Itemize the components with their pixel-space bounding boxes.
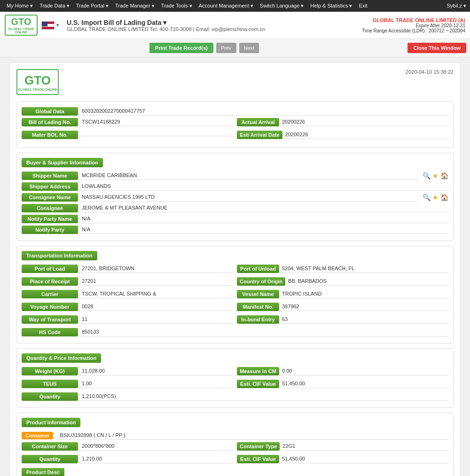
teus-value: 1.00 xyxy=(78,379,233,388)
quantity-section-title: Quantity & Price Information xyxy=(22,353,101,363)
nav-switch-language[interactable]: Switch Language ▾ xyxy=(257,2,306,10)
hs-code-row: HS Code 850133 xyxy=(22,328,448,336)
user-account[interactable]: Sybil.z ▾ xyxy=(447,3,466,9)
receipt-country-row: Place of Receipt 27201 Country of Origin… xyxy=(22,277,448,288)
actual-arrival-value: 20200226 xyxy=(279,117,448,126)
manifest-row: Manifest No. 397962 xyxy=(237,302,448,311)
next-button-top[interactable]: Next xyxy=(239,43,259,53)
prod-qty-value: 1,210.00 xyxy=(78,454,233,463)
port-unload-row: Port of Unload 5204, WEST PALM BEACH, FL xyxy=(237,264,448,273)
prod-cif-row: Esti. CIF Value 51,450.00 xyxy=(237,454,448,463)
inbond-entry-row: In-bond Entry 63 xyxy=(237,315,448,324)
consignee-home-icon[interactable]: 🏠 xyxy=(440,194,448,201)
port-row: Port of Load 27201, BRIDGETOWN Port of U… xyxy=(22,264,448,275)
master-bol-row: Mater BOL No. xyxy=(22,130,233,139)
main-content: GTO GLOBAL TRADE ONLINE 2020-04-10 15:38… xyxy=(0,57,470,476)
print-button-top[interactable]: Print Trade Record(s) xyxy=(149,43,213,53)
manifest-value: 397962 xyxy=(279,302,448,311)
shipper-home-icon[interactable]: 🏠 xyxy=(440,172,448,179)
bol-arrival-row: Bill of Lading No. TSCW14188229 Actual A… xyxy=(22,117,448,128)
weight-measure-row: Weight (KG) 11,028.00 Measure in CM 0.00 xyxy=(22,367,448,377)
buyer-section-header: Buyer & Supplier Information xyxy=(22,158,448,171)
prev-button-top[interactable]: Prev xyxy=(216,43,236,53)
country-origin-value: BB, BARBADOS xyxy=(285,277,448,286)
container-badge: Container xyxy=(22,432,53,439)
port-load-label: Port of Load xyxy=(22,265,78,273)
consignee-search-icon[interactable]: 🔍 xyxy=(423,194,431,201)
container-size-type-row: Container Size 2000*806*800 Container Ty… xyxy=(22,442,448,453)
nav-trade-manager[interactable]: Trade Manager ▾ xyxy=(112,2,157,10)
doc-timestamp: 2020-04-10 15:38:22 xyxy=(406,69,454,75)
nav-account-management[interactable]: Account Management ▾ xyxy=(196,2,256,10)
consignee-star-icon[interactable]: ★ xyxy=(432,194,439,201)
esti-cif-label: Esti. CIF Value xyxy=(237,380,279,388)
shipper-star-icon[interactable]: ★ xyxy=(432,172,439,179)
quantity-label: Quantity xyxy=(22,392,78,401)
contact-info: Tel: 400-710-3008 | Email: vip@pierschin… xyxy=(150,26,265,32)
expire-info: Expire After 2020-12-31 xyxy=(362,23,465,28)
hs-code-label: HS Code xyxy=(22,328,78,336)
flag-area: ▾ xyxy=(41,21,59,30)
container-size-value: 2000*806*800 xyxy=(78,442,233,451)
product-desc-area: Product Desc 1210 CASES BOP INSECTICIDE,… xyxy=(22,468,448,476)
top-action-bar: Print Trade Record(s) Prev Next Close Th… xyxy=(0,39,470,57)
nav-help-statistics[interactable]: Help & Statistics ▾ xyxy=(307,2,355,10)
quantity-section-header: Quantity & Price Information xyxy=(22,353,448,367)
container-size-label: Container Size xyxy=(22,442,78,451)
carrier-value: TSCW, TROPICAL SHIPPING & xyxy=(78,289,233,298)
hs-code-value: 850133 xyxy=(78,328,448,336)
logo: GTO GLOBAL TRADE ONLINE xyxy=(5,15,38,36)
inbond-entry-label: In-bond Entry xyxy=(237,315,279,324)
carrier-row: Carrier TSCW, TROPICAL SHIPPING & xyxy=(22,289,233,298)
esti-arrival-row: Esti Arrival Date 20200226 xyxy=(237,130,448,139)
voyage-value: 0028 xyxy=(78,302,233,311)
shipper-address-label: Shipper Address xyxy=(22,182,78,191)
way-transport-label: Way of Transport xyxy=(22,315,78,324)
weight-label: Weight (KG) xyxy=(22,367,78,375)
quantity-value: 1,210.00(PCS) xyxy=(78,392,448,401)
way-transport-value: 11 xyxy=(78,315,233,324)
nav-exit[interactable]: Exit xyxy=(356,2,370,10)
transport-section-title: Transportation Information xyxy=(22,251,97,260)
global-data-label: Global Data xyxy=(22,107,78,116)
flag-dropdown[interactable]: ▾ xyxy=(56,22,59,28)
port-load-row: Port of Load 27201, BRIDGETOWN xyxy=(22,264,233,273)
measure-row: Measure in CM 0.00 xyxy=(237,367,448,375)
notify-party-name-row: Notify Party Name N/A xyxy=(22,214,448,223)
bol-row: Bill of Lading No. TSCW14188229 xyxy=(22,117,233,126)
nav-trade-tools[interactable]: Trade Tools ▾ xyxy=(158,2,195,10)
buyer-section-title: Buyer & Supplier Information xyxy=(22,158,103,167)
nav-my-home[interactable]: My Home ▾ xyxy=(4,2,36,10)
container-type-value: 22G1 xyxy=(280,442,448,451)
shipper-name-label: Shipper Name xyxy=(22,172,78,180)
shipper-search-icon[interactable]: 🔍 xyxy=(423,172,431,179)
product-section-header: Product Information xyxy=(22,418,448,431)
global-data-row: Global Data 6003202002270000417757 xyxy=(22,107,448,116)
global-data-value: 6003202002270000417757 xyxy=(78,107,448,116)
close-button-top[interactable]: Close This Window xyxy=(407,43,466,53)
carrier-label: Carrier xyxy=(22,290,78,298)
consignee-name-label: Consignee Name xyxy=(22,193,78,202)
consignee-value: JEROME & MT PLEASANT AVENUE xyxy=(78,203,448,212)
nav-trade-portal[interactable]: Trade Portal ▾ xyxy=(73,2,111,10)
header-right-info: GLOBAL TRADE ONLINE LIMITED (A) Expire A… xyxy=(362,17,465,33)
esti-arrival-value: 20200226 xyxy=(282,130,448,139)
global-data-section: Global Data 6003202002270000417757 Bill … xyxy=(16,101,454,148)
shipper-name-value: MCBRIDE CARIBBEAN xyxy=(78,171,420,180)
teus-label: TEUS xyxy=(22,380,78,388)
container-value: BSIU3192898 ( CN / L / PP ) xyxy=(56,431,448,440)
doc-logo: GTO GLOBAL TRADE ONLINE xyxy=(16,69,59,95)
weight-value: 11,028.00 xyxy=(78,367,233,375)
bol-value: TSCW14188229 xyxy=(78,117,233,126)
port-load-value: 27201, BRIDGETOWN xyxy=(78,264,233,273)
way-transport-row: Way of Transport 11 xyxy=(22,315,233,324)
transport-section-header: Transportation Information xyxy=(22,251,448,264)
master-bol-value xyxy=(78,133,233,136)
nav-trade-data[interactable]: Trade Data ▾ xyxy=(37,2,72,10)
company-contact: GLOBAL TRADE ONLINE LIMITED Tel: 400-710… xyxy=(67,26,265,32)
product-section: Product Information Container BSIU319289… xyxy=(16,413,454,476)
container-type-row: Container Type 22G1 xyxy=(237,442,448,451)
vessel-name-label: Vessel Name xyxy=(237,290,279,298)
way-inbond-row: Way of Transport 11 In-bond Entry 63 xyxy=(22,315,448,326)
notify-party-row: Notify Party N/A xyxy=(22,225,448,234)
